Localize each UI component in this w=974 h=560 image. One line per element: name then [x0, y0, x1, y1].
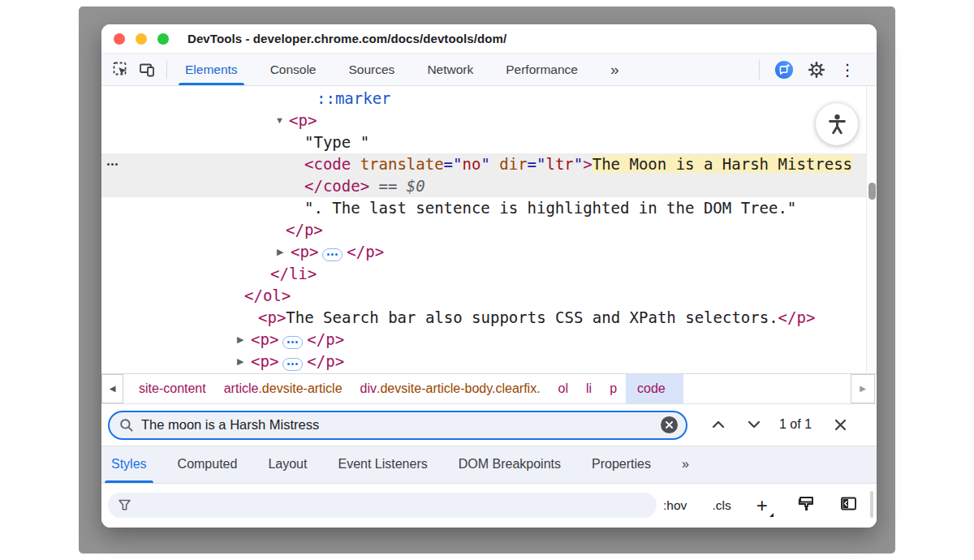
- breadcrumb-item-site-content[interactable]: site-content: [130, 374, 215, 403]
- tab-console[interactable]: Console: [270, 54, 317, 85]
- tab-network[interactable]: Network: [427, 54, 473, 85]
- tab-elements[interactable]: Elements: [185, 54, 238, 85]
- tab-styles[interactable]: Styles: [111, 446, 147, 483]
- devtools-main-toolbar: ElementsConsoleSourcesNetworkPerformance…: [101, 54, 877, 86]
- close-window-button[interactable]: [114, 33, 125, 45]
- styles-tab-strip: StylesComputedLayoutEvent ListenersDOM B…: [101, 446, 877, 484]
- blue-dot-icon: [287, 363, 290, 365]
- code-token-tag: <code: [304, 155, 351, 173]
- code-token-tag: </p>: [778, 308, 816, 326]
- code-token-text: ". The last sentence is highlighted in t…: [304, 199, 796, 217]
- funnel-filter-icon: [118, 498, 131, 511]
- new-style-rule-button[interactable]: +: [756, 496, 773, 515]
- code-token-tag: <p>: [251, 330, 278, 348]
- zoom-window-button[interactable]: [157, 33, 169, 45]
- blue-dot-icon: [291, 363, 294, 365]
- styles-filter-bar: :hov .cls +: [101, 484, 877, 528]
- tab-properties[interactable]: Properties: [592, 446, 651, 483]
- element-classes-toggle[interactable]: .cls: [712, 498, 730, 513]
- selected-code-row[interactable]: <code translate="no" dir="ltr">The Moon …: [101, 153, 877, 175]
- code-token-tag: </p>: [307, 352, 344, 370]
- code-token-meta_i: $0: [407, 177, 425, 195]
- previous-match-chevron[interactable]: [706, 420, 730, 429]
- dropdown-caret-icon: [769, 513, 774, 517]
- close-p-row[interactable]: </p>: [101, 219, 877, 241]
- tab-sources[interactable]: Sources: [349, 54, 395, 85]
- toggle-sidebar-icon[interactable]: [840, 495, 857, 515]
- sidebar-scrollbar-thumb[interactable]: [870, 491, 873, 518]
- code-token-text: The Search bar also supports CSS and XPa…: [286, 308, 778, 326]
- tab-layout[interactable]: Layout: [268, 446, 307, 483]
- collapsed-p-row[interactable]: ▶<p></p>: [101, 329, 877, 351]
- inline-expand-button[interactable]: [282, 336, 303, 349]
- more-tabs-button[interactable]: »: [610, 54, 618, 85]
- collapsed-p-row[interactable]: ▶<p></p>: [101, 351, 877, 373]
- toolbar-divider: [166, 61, 167, 79]
- text-node-row[interactable]: ". The last sentence is highlighted in t…: [101, 197, 877, 219]
- minimize-window-button[interactable]: [136, 33, 147, 45]
- next-match-chevron[interactable]: [742, 420, 766, 429]
- close-search-icon[interactable]: [826, 419, 854, 431]
- accessibility-person-icon[interactable]: [816, 103, 858, 145]
- blue-dot-icon: [291, 341, 294, 343]
- tab-performance[interactable]: Performance: [506, 54, 578, 85]
- close-ol-row[interactable]: </ol>: [101, 285, 877, 307]
- breadcrumb-scroll-right-button[interactable]: ▶: [851, 374, 875, 403]
- tab-computed[interactable]: Computed: [178, 446, 238, 483]
- dark-dot-icon: [107, 163, 110, 166]
- hover-state-toggle[interactable]: :hov: [663, 498, 687, 513]
- right-triangle-icon: ▶: [860, 384, 866, 393]
- code-token-tag: </ol>: [244, 286, 291, 304]
- expand-arrow-icon[interactable]: ▶: [237, 351, 244, 373]
- dom-tree-rows: ::marker▼<p>"Type "<code translate="no" …: [101, 88, 877, 373]
- kebab-menu-icon[interactable]: ⋮: [839, 62, 855, 78]
- device-toolbar-icon[interactable]: [137, 60, 157, 80]
- tab-event-listeners[interactable]: Event Listeners: [338, 446, 427, 483]
- inspect-icon[interactable]: [111, 60, 131, 80]
- brush-icon[interactable]: [798, 495, 815, 515]
- more-styles-tabs-button[interactable]: »: [682, 446, 687, 483]
- scrollbar-thumb[interactable]: [868, 183, 876, 200]
- breadcrumb-scroll-left-button[interactable]: ◀: [101, 374, 123, 403]
- clear-search-icon[interactable]: [661, 416, 678, 433]
- breadcrumb-item-p[interactable]: p: [601, 374, 626, 403]
- tab-dom-breakpoints[interactable]: DOM Breakpoints: [459, 446, 561, 483]
- window-titlebar: DevTools - developer.chrome.com/docs/dev…: [101, 24, 877, 54]
- inline-expand-button[interactable]: [322, 248, 343, 261]
- style-filter-input[interactable]: [138, 498, 657, 512]
- code-token-punct: ": [481, 155, 489, 173]
- style-filter-field[interactable]: [108, 493, 657, 518]
- collapsed-p-row[interactable]: ▶<p></p>: [101, 241, 877, 263]
- pseudo-marker-row[interactable]: ::marker: [101, 88, 877, 110]
- breadcrumb-item-li[interactable]: li: [577, 374, 601, 403]
- dom-tree-scrollbar[interactable]: [866, 86, 877, 373]
- collapse-arrow-icon[interactable]: ▼: [275, 110, 284, 131]
- inline-expand-button[interactable]: [282, 358, 303, 371]
- search-input[interactable]: [141, 417, 661, 433]
- row-overflow-dots-icon[interactable]: [107, 153, 118, 175]
- selected-code-close-row[interactable]: </code> == $0: [101, 175, 877, 197]
- code-token-meta: ==: [369, 177, 407, 195]
- crumb-tag-name: site-content: [139, 381, 206, 396]
- expand-arrow-icon[interactable]: ▶: [237, 329, 244, 351]
- code-token-tag: </li>: [270, 265, 317, 282]
- blue-dot-icon: [295, 363, 298, 365]
- text-node-row[interactable]: "Type ": [101, 131, 877, 153]
- close-li-row[interactable]: </li>: [101, 263, 877, 285]
- settings-gear-icon[interactable]: [807, 60, 826, 80]
- crumb-tag-name: p: [610, 381, 617, 396]
- breadcrumb-item-code[interactable]: code: [626, 374, 683, 403]
- expand-arrow-icon[interactable]: ▶: [277, 241, 283, 263]
- blue-dot-icon: [287, 341, 290, 343]
- crumb-class-name: .devsite-article: [258, 381, 342, 396]
- crumb-class-name: .devsite-article-body.clearfix.: [377, 381, 541, 396]
- search-bar-p-row[interactable]: <p>The Search bar also supports CSS and …: [101, 307, 877, 329]
- blue-dot-icon: [327, 253, 330, 256]
- breadcrumb-item-ol[interactable]: ol: [549, 374, 577, 403]
- styles-tabs: StylesComputedLayoutEvent ListenersDOM B…: [111, 446, 651, 483]
- breadcrumb-item-div[interactable]: div.devsite-article-body.clearfix.: [351, 374, 549, 403]
- search-field[interactable]: [108, 411, 687, 440]
- ai-assistance-icon[interactable]: [774, 60, 794, 80]
- breadcrumb-item-article[interactable]: article.devsite-article: [215, 374, 351, 403]
- open-p-row[interactable]: ▼<p>: [101, 110, 877, 131]
